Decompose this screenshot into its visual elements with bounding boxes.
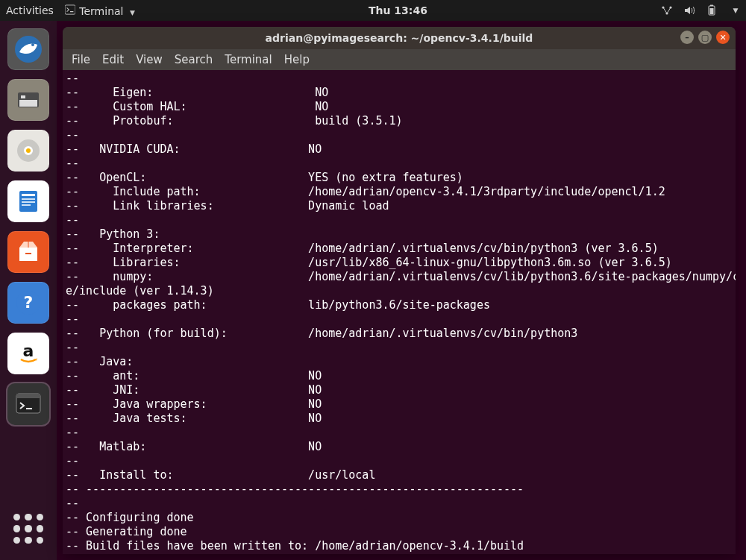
svg-rect-11 xyxy=(21,95,25,98)
svg-rect-10 xyxy=(19,100,37,107)
menu-edit[interactable]: Edit xyxy=(102,53,124,66)
launcher-dock: ? a xyxy=(0,21,57,560)
window-maximize[interactable]: ▢ xyxy=(698,31,712,44)
network-icon[interactable] xyxy=(661,4,673,16)
svg-point-14 xyxy=(26,148,31,153)
terminal-menu-icon xyxy=(64,4,76,16)
battery-icon[interactable] xyxy=(706,4,718,16)
menu-file[interactable]: File xyxy=(72,53,90,66)
svg-rect-19 xyxy=(22,204,31,206)
window-close[interactable]: ✕ xyxy=(716,31,730,44)
window-minimize[interactable]: – xyxy=(680,31,694,44)
svg-rect-18 xyxy=(22,201,35,203)
menu-view[interactable]: View xyxy=(136,53,163,66)
window-titlebar[interactable]: adrian@pyimagesearch: ~/opencv-3.4.1/bui… xyxy=(63,27,736,49)
terminal-output: -- -- Eigen: NO -- Custom HAL: NO -- Pro… xyxy=(66,72,733,553)
prompt-sep: : xyxy=(234,553,241,554)
svg-rect-17 xyxy=(22,198,35,200)
prompt-venv: (cv) xyxy=(66,553,99,554)
svg-rect-25 xyxy=(16,394,40,398)
prompt-path: ~/opencv-3.4.1/build xyxy=(241,553,376,554)
dock-writer[interactable] xyxy=(7,180,49,222)
menu-help[interactable]: Help xyxy=(284,53,310,66)
terminal-viewport[interactable]: -- -- Eigen: NO -- Custom HAL: NO -- Pro… xyxy=(63,70,736,554)
dock-software[interactable] xyxy=(7,231,49,273)
dock-amazon[interactable]: a xyxy=(7,333,49,374)
svg-text:a: a xyxy=(23,342,34,360)
window-title: adrian@pyimagesearch: ~/opencv-3.4.1/bui… xyxy=(266,32,533,44)
show-applications[interactable] xyxy=(7,508,49,550)
prompt-user-host: adrian@pyimagesearch xyxy=(99,553,234,554)
prompt-end: $ xyxy=(375,553,389,554)
volume-icon[interactable] xyxy=(683,4,695,16)
activities-button[interactable]: Activities xyxy=(6,4,54,16)
dock-terminal[interactable] xyxy=(7,383,49,425)
system-menu[interactable] xyxy=(728,4,740,16)
dock-help[interactable]: ? xyxy=(7,282,49,324)
top-panel: Activities Terminal Thu 13:46 xyxy=(0,0,746,21)
dock-files[interactable] xyxy=(7,79,49,121)
app-menu[interactable]: Terminal xyxy=(64,4,135,17)
svg-point-8 xyxy=(31,43,34,46)
svg-text:?: ? xyxy=(24,293,34,312)
menu-search[interactable]: Search xyxy=(175,53,213,66)
dock-thunderbird[interactable] xyxy=(7,28,49,70)
terminal-window: adrian@pyimagesearch: ~/opencv-3.4.1/bui… xyxy=(63,27,736,554)
menu-terminal[interactable]: Terminal xyxy=(225,53,272,66)
app-menu-label: Terminal xyxy=(79,5,123,17)
menubar: File Edit View Search Terminal Help xyxy=(63,49,736,70)
svg-rect-16 xyxy=(22,194,35,196)
clock[interactable]: Thu 13:46 xyxy=(135,4,661,16)
dock-rhythmbox[interactable] xyxy=(7,130,49,172)
svg-rect-5 xyxy=(710,5,713,7)
svg-rect-0 xyxy=(65,5,75,14)
svg-rect-6 xyxy=(710,8,714,14)
